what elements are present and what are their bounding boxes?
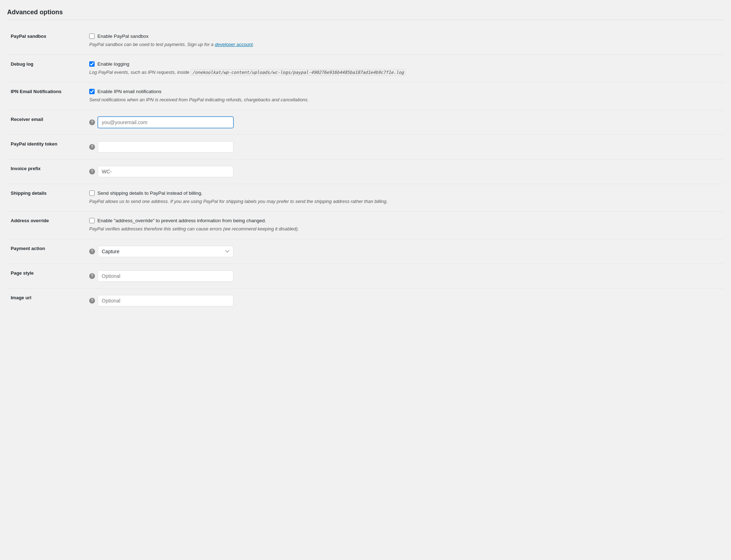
row-identity-token: PayPal identity token ? xyxy=(7,134,724,159)
paypal-sandbox-description: PayPal sandbox can be used to test payme… xyxy=(89,41,720,48)
paypal-sandbox-checkbox-row: Enable PayPal sandbox xyxy=(89,34,720,39)
paypal-sandbox-label[interactable]: Enable PayPal sandbox xyxy=(97,34,148,39)
debug-log-checkbox-row: Enable logging xyxy=(89,61,720,67)
shipping-details-description: PayPal allows us to send one address. If… xyxy=(89,198,720,205)
row-invoice-prefix: Invoice prefix ? xyxy=(7,159,724,184)
address-override-description: PayPal verifies addresses therefore this… xyxy=(89,225,720,233)
label-shipping-details: Shipping details xyxy=(7,184,86,212)
page-style-input-row: ? xyxy=(89,270,720,282)
row-shipping-details: Shipping details Send shipping details t… xyxy=(7,184,724,212)
control-page-style: ? xyxy=(86,264,724,288)
invoice-prefix-help-icon[interactable]: ? xyxy=(89,169,95,174)
label-identity-token: PayPal identity token xyxy=(7,134,86,159)
settings-table: PayPal sandbox Enable PayPal sandbox Pay… xyxy=(7,27,724,313)
row-page-style: Page style ? xyxy=(7,264,724,288)
debug-log-description: Log PayPal events, such as IPN requests,… xyxy=(89,69,720,76)
shipping-details-label[interactable]: Send shipping details to PayPal instead … xyxy=(97,190,202,196)
receiver-email-help-icon[interactable]: ? xyxy=(89,119,95,125)
label-receiver-email: Receiver email xyxy=(7,110,86,134)
payment-action-select-row: ? Capture Authorize xyxy=(89,246,720,257)
paypal-sandbox-checkbox[interactable] xyxy=(89,34,95,39)
invoice-prefix-input[interactable] xyxy=(98,166,233,177)
control-payment-action: ? Capture Authorize xyxy=(86,239,724,264)
row-image-url: Image url ? xyxy=(7,288,724,313)
identity-token-help-icon[interactable]: ? xyxy=(89,144,95,150)
paypal-sandbox-desc-after: . xyxy=(253,42,254,47)
image-url-help-icon[interactable]: ? xyxy=(89,298,95,304)
debug-log-path: /onekoolkat/wp-content/uploads/wc-logs/p… xyxy=(191,69,405,76)
image-url-input[interactable] xyxy=(98,295,233,306)
row-address-override: Address override Enable "address_overrid… xyxy=(7,212,724,239)
payment-action-help-icon[interactable]: ? xyxy=(89,249,95,254)
control-address-override: Enable "address_override" to prevent add… xyxy=(86,212,724,239)
label-payment-action: Payment action xyxy=(7,239,86,264)
address-override-checkbox[interactable] xyxy=(89,218,95,223)
label-image-url: Image url xyxy=(7,288,86,313)
ipn-email-description: Send notifications when an IPN is receiv… xyxy=(89,96,720,103)
row-receiver-email: Receiver email ? xyxy=(7,110,724,134)
control-paypal-sandbox: Enable PayPal sandbox PayPal sandbox can… xyxy=(86,27,724,55)
section-title: Advanced options xyxy=(7,9,724,20)
invoice-prefix-input-row: ? xyxy=(89,166,720,177)
control-invoice-prefix: ? xyxy=(86,159,724,184)
row-paypal-sandbox: PayPal sandbox Enable PayPal sandbox Pay… xyxy=(7,27,724,55)
page-style-help-icon[interactable]: ? xyxy=(89,273,95,279)
receiver-email-input[interactable] xyxy=(98,117,233,128)
ipn-email-label[interactable]: Enable IPN email notifications xyxy=(97,89,161,94)
shipping-details-checkbox-row: Send shipping details to PayPal instead … xyxy=(89,190,720,196)
row-ipn-email: IPN Email Notifications Enable IPN email… xyxy=(7,82,724,110)
ipn-email-checkbox-row: Enable IPN email notifications xyxy=(89,89,720,94)
debug-log-label[interactable]: Enable logging xyxy=(97,61,129,67)
row-payment-action: Payment action ? Capture Authorize xyxy=(7,239,724,264)
control-identity-token: ? xyxy=(86,134,724,159)
label-debug-log: Debug log xyxy=(7,55,86,82)
label-paypal-sandbox: PayPal sandbox xyxy=(7,27,86,55)
label-page-style: Page style xyxy=(7,264,86,288)
shipping-details-checkbox[interactable] xyxy=(89,190,95,196)
label-invoice-prefix: Invoice prefix xyxy=(7,159,86,184)
payment-action-select[interactable]: Capture Authorize xyxy=(98,246,233,257)
address-override-label[interactable]: Enable "address_override" to prevent add… xyxy=(97,218,266,223)
control-image-url: ? xyxy=(86,288,724,313)
label-address-override: Address override xyxy=(7,212,86,239)
control-ipn-email: Enable IPN email notifications Send noti… xyxy=(86,82,724,110)
debug-log-checkbox[interactable] xyxy=(89,61,95,67)
ipn-email-checkbox[interactable] xyxy=(89,89,95,94)
label-ipn-email: IPN Email Notifications xyxy=(7,82,86,110)
control-shipping-details: Send shipping details to PayPal instead … xyxy=(86,184,724,212)
developer-account-link[interactable]: developer account xyxy=(215,42,253,47)
address-override-checkbox-row: Enable "address_override" to prevent add… xyxy=(89,218,720,223)
paypal-sandbox-desc-before: PayPal sandbox can be used to test payme… xyxy=(89,42,215,47)
image-url-input-row: ? xyxy=(89,295,720,306)
row-debug-log: Debug log Enable logging Log PayPal even… xyxy=(7,55,724,82)
page-style-input[interactable] xyxy=(98,270,233,282)
identity-token-input[interactable] xyxy=(98,141,233,153)
control-receiver-email: ? xyxy=(86,110,724,134)
debug-log-desc-before: Log PayPal events, such as IPN requests,… xyxy=(89,70,191,75)
identity-token-input-row: ? xyxy=(89,141,720,153)
control-debug-log: Enable logging Log PayPal events, such a… xyxy=(86,55,724,82)
receiver-email-input-row: ? xyxy=(89,117,720,128)
